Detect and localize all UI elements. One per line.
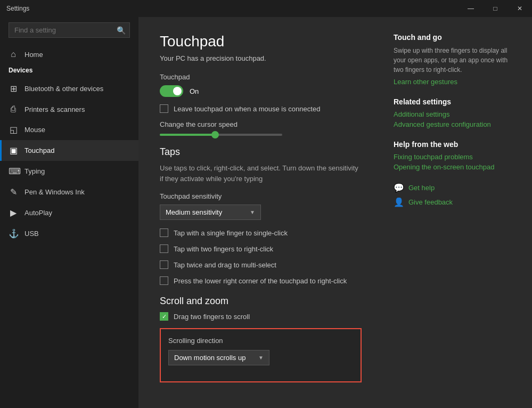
help-section: 💬 Get help 👤 Give feedback xyxy=(394,183,511,207)
get-help-label: Get help xyxy=(408,184,435,192)
drag-scroll-row: Drag two fingers to scroll xyxy=(160,312,362,321)
give-feedback-item[interactable]: 👤 Give feedback xyxy=(394,197,511,207)
touchpad-section-label: Touchpad xyxy=(160,73,362,81)
leave-touchpad-row: Leave touchpad on when a mouse is connec… xyxy=(160,104,362,113)
scroll-zoom-heading: Scroll and zoom xyxy=(160,296,362,307)
taps-desc: Use taps to click, right-click, and sele… xyxy=(160,163,362,184)
additional-settings-link[interactable]: Additional settings xyxy=(394,110,511,118)
cursor-speed-track[interactable] xyxy=(160,134,282,136)
scrolling-direction-value: Down motion scrolls up xyxy=(174,354,245,362)
scrolling-direction-dropdown[interactable]: Down motion scrolls up ▼ xyxy=(168,350,269,365)
tap-twice-checkbox[interactable] xyxy=(160,260,168,269)
sensitivity-value: Medium sensitivity xyxy=(166,208,222,216)
app-title: Settings xyxy=(6,5,29,12)
titlebar: Settings — □ ✕ xyxy=(0,0,532,17)
sidebar-item-label: Bluetooth & other devices xyxy=(24,85,103,93)
tap-two-checkbox[interactable] xyxy=(160,244,168,253)
tap-single-checkbox[interactable] xyxy=(160,229,168,237)
toggle-on-label: On xyxy=(190,87,199,95)
drag-scroll-label: Drag two fingers to scroll xyxy=(174,313,250,321)
search-input[interactable] xyxy=(9,22,130,38)
tap-single-label: Tap with a single finger to single-click xyxy=(174,229,288,237)
scrolling-direction-box: Scrolling direction Down motion scrolls … xyxy=(160,328,362,382)
close-button[interactable]: ✕ xyxy=(508,0,532,17)
touchpad-toggle[interactable] xyxy=(160,85,183,97)
tap-twice-row: Tap twice and drag to multi-select xyxy=(160,260,362,269)
touchpad-icon: ▣ xyxy=(9,145,18,156)
touchpad-toggle-row: On xyxy=(160,85,362,97)
related-settings-title: Related settings xyxy=(394,97,511,106)
leave-touchpad-checkbox[interactable] xyxy=(160,104,168,113)
tap-corner-checkbox[interactable] xyxy=(160,276,168,285)
autoplay-icon: ▶ xyxy=(9,208,18,218)
touch-go-section: Touch and go Swipe up with three fingers… xyxy=(394,33,511,86)
sidebar: 🔍 ⌂ Home Devices ⊞ Bluetooth & other dev… xyxy=(0,17,138,408)
search-container: 🔍 xyxy=(9,22,130,38)
sidebar-item-label: Printers & scanners xyxy=(24,105,85,113)
content-main: Touchpad Your PC has a precision touchpa… xyxy=(160,33,362,392)
sidebar-item-label: Typing xyxy=(24,167,45,175)
scrolling-dropdown-arrow-icon: ▼ xyxy=(258,355,264,361)
sidebar-item-label: Mouse xyxy=(24,126,45,134)
drag-scroll-checkbox[interactable] xyxy=(160,312,168,321)
bluetooth-icon: ⊞ xyxy=(9,84,18,94)
taps-heading: Taps xyxy=(160,146,362,158)
sidebar-item-autoplay[interactable]: ▶ AutoPlay xyxy=(0,202,138,223)
sidebar-item-label: Pen & Windows Ink xyxy=(24,188,85,196)
mouse-icon: ◱ xyxy=(9,125,18,135)
content-area: Touchpad Your PC has a precision touchpa… xyxy=(138,17,532,408)
right-panel: Touch and go Swipe up with three fingers… xyxy=(394,33,511,392)
get-help-icon: 💬 xyxy=(394,183,404,193)
pen-icon: ✎ xyxy=(9,187,18,197)
tap-corner-label: Press the lower right corner of the touc… xyxy=(174,277,347,285)
scrolling-direction-label: Scrolling direction xyxy=(168,337,353,345)
get-help-item[interactable]: 💬 Get help xyxy=(394,183,511,193)
sensitivity-dropdown[interactable]: Medium sensitivity ▼ xyxy=(160,205,261,220)
sidebar-item-label: USB xyxy=(24,230,39,238)
maximize-button[interactable]: □ xyxy=(483,0,508,17)
learn-gestures-link[interactable]: Learn other gestures xyxy=(394,78,511,86)
help-from-web-section: Help from the web Fixing touchpad proble… xyxy=(394,140,511,171)
sidebar-item-bluetooth[interactable]: ⊞ Bluetooth & other devices xyxy=(0,78,138,99)
search-icon: 🔍 xyxy=(117,26,126,35)
leave-touchpad-label: Leave touchpad on when a mouse is connec… xyxy=(174,105,320,113)
minimize-button[interactable]: — xyxy=(459,0,483,17)
sidebar-item-label: AutoPlay xyxy=(24,209,52,217)
window-controls: — □ ✕ xyxy=(459,0,532,17)
usb-icon: ⚓ xyxy=(9,229,18,239)
touch-go-title: Touch and go xyxy=(394,33,511,42)
sensitivity-label: Touchpad sensitivity xyxy=(160,192,362,200)
advanced-gesture-link[interactable]: Advanced gesture configuration xyxy=(394,120,511,128)
sidebar-item-printers[interactable]: ⎙ Printers & scanners xyxy=(0,99,138,119)
sidebar-item-mouse[interactable]: ◱ Mouse xyxy=(0,119,138,140)
toggle-knob xyxy=(173,87,182,95)
page-subtitle: Your PC has a precision touchpad. xyxy=(160,54,362,62)
typing-icon: ⌨ xyxy=(9,166,18,176)
sidebar-item-home[interactable]: ⌂ Home xyxy=(0,44,138,64)
main-layout: 🔍 ⌂ Home Devices ⊞ Bluetooth & other dev… xyxy=(0,17,532,408)
fixing-touchpad-link[interactable]: Fixing touchpad problems xyxy=(394,153,511,161)
printer-icon: ⎙ xyxy=(9,104,18,114)
page-title: Touchpad xyxy=(160,33,362,50)
sidebar-item-typing[interactable]: ⌨ Typing xyxy=(0,161,138,182)
sidebar-item-pen[interactable]: ✎ Pen & Windows Ink xyxy=(0,182,138,202)
opening-touchpad-link[interactable]: Opening the on-screen touchpad xyxy=(394,163,511,171)
sidebar-item-label: Home xyxy=(24,51,43,59)
give-feedback-icon: 👤 xyxy=(394,197,404,207)
sidebar-item-usb[interactable]: ⚓ USB xyxy=(0,223,138,244)
cursor-speed-label: Change the cursor speed xyxy=(160,120,362,128)
cursor-speed-container: Change the cursor speed xyxy=(160,120,362,136)
sidebar-section-label: Devices xyxy=(0,64,138,78)
slider-thumb[interactable] xyxy=(211,131,219,138)
related-settings-section: Related settings Additional settings Adv… xyxy=(394,97,511,128)
home-icon: ⌂ xyxy=(9,50,18,59)
dropdown-arrow-icon: ▼ xyxy=(250,209,255,215)
tap-single-row: Tap with a single finger to single-click xyxy=(160,229,362,237)
tap-two-row: Tap with two fingers to right-click xyxy=(160,244,362,253)
sidebar-item-label: Touchpad xyxy=(24,146,54,154)
tap-corner-row: Press the lower right corner of the touc… xyxy=(160,276,362,285)
give-feedback-label: Give feedback xyxy=(408,198,453,206)
sidebar-item-touchpad[interactable]: ▣ Touchpad xyxy=(0,140,138,161)
touch-go-desc: Swipe up with three fingers to display a… xyxy=(394,46,511,75)
tap-twice-label: Tap twice and drag to multi-select xyxy=(174,261,276,269)
